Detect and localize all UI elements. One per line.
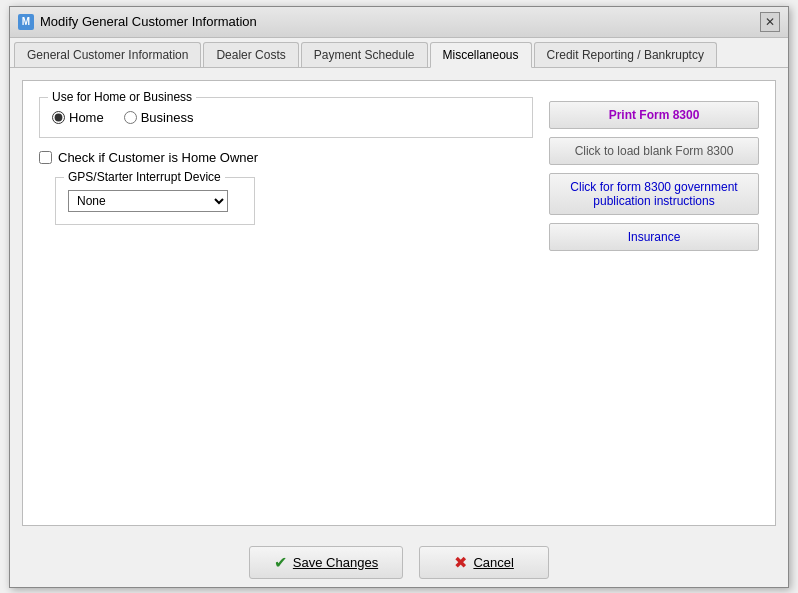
tab-dealer[interactable]: Dealer Costs bbox=[203, 42, 298, 67]
cancel-label: Cancel bbox=[473, 555, 513, 570]
tab-credit[interactable]: Credit Reporting / Bankruptcy bbox=[534, 42, 717, 67]
footer: ✔ Save Changes ✖ Cancel bbox=[10, 538, 788, 587]
radio-business[interactable]: Business bbox=[124, 110, 194, 125]
load-blank-button[interactable]: Click to load blank Form 8300 bbox=[549, 137, 759, 165]
window-title: Modify General Customer Information bbox=[40, 14, 257, 29]
save-icon: ✔ bbox=[274, 553, 287, 572]
tab-miscellaneous[interactable]: Miscellaneous bbox=[430, 42, 532, 68]
main-panel: Use for Home or Business Home Business bbox=[22, 80, 776, 526]
insurance-button[interactable]: Insurance bbox=[549, 223, 759, 251]
radio-business-label: Business bbox=[141, 110, 194, 125]
home-or-business-group: Use for Home or Business Home Business bbox=[39, 97, 533, 138]
close-button[interactable]: ✕ bbox=[760, 12, 780, 32]
right-section: Print Form 8300 Click to load blank Form… bbox=[549, 97, 759, 509]
tab-payment[interactable]: Payment Schedule bbox=[301, 42, 428, 67]
radio-home[interactable]: Home bbox=[52, 110, 104, 125]
home-owner-label[interactable]: Check if Customer is Home Owner bbox=[58, 150, 258, 165]
title-bar-left: M Modify General Customer Information bbox=[18, 14, 257, 30]
content-area: Use for Home or Business Home Business bbox=[10, 68, 788, 538]
cancel-button[interactable]: ✖ Cancel bbox=[419, 546, 549, 579]
gov-instructions-button[interactable]: Click for form 8300 government publicati… bbox=[549, 173, 759, 215]
app-icon: M bbox=[18, 14, 34, 30]
save-button[interactable]: ✔ Save Changes bbox=[249, 546, 403, 579]
home-owner-checkbox[interactable] bbox=[39, 151, 52, 164]
gps-dropdown-row: None GPS Only Starter Interrupt Both bbox=[68, 190, 242, 212]
tab-bar: General Customer Information Dealer Cost… bbox=[10, 38, 788, 68]
left-section: Use for Home or Business Home Business bbox=[39, 97, 533, 509]
main-window: M Modify General Customer Information ✕ … bbox=[9, 6, 789, 588]
gps-dropdown[interactable]: None GPS Only Starter Interrupt Both bbox=[68, 190, 228, 212]
cancel-icon: ✖ bbox=[454, 553, 467, 572]
radio-home-label: Home bbox=[69, 110, 104, 125]
title-bar: M Modify General Customer Information ✕ bbox=[10, 7, 788, 38]
save-label: Save Changes bbox=[293, 555, 378, 570]
home-or-business-label: Use for Home or Business bbox=[48, 90, 196, 104]
home-owner-row: Check if Customer is Home Owner bbox=[39, 150, 533, 165]
radio-group: Home Business bbox=[52, 110, 520, 125]
gps-group: GPS/Starter Interrupt Device None GPS On… bbox=[55, 177, 255, 225]
tab-general[interactable]: General Customer Information bbox=[14, 42, 201, 67]
print-form-button[interactable]: Print Form 8300 bbox=[549, 101, 759, 129]
gps-label: GPS/Starter Interrupt Device bbox=[64, 170, 225, 184]
